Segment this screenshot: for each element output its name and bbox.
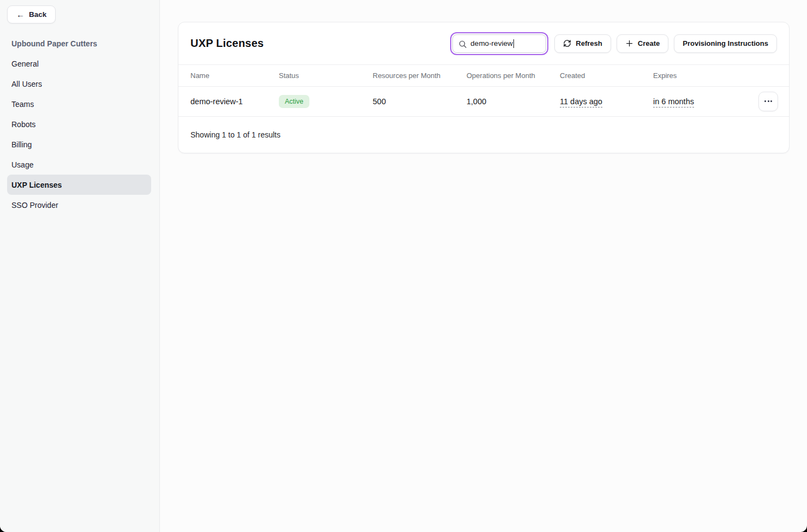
license-resources-cell: 500 (373, 86, 467, 116)
arrow-left-icon: ← (16, 10, 25, 19)
sidebar-item-usage[interactable]: Usage (7, 154, 151, 175)
create-button[interactable]: Create (617, 34, 668, 53)
sidebar-item-uxp-licenses[interactable]: UXP Licenses (7, 175, 151, 195)
search-input[interactable]: demo-review (452, 34, 546, 53)
sidebar-item-robots[interactable]: Robots (7, 114, 151, 134)
sidebar-org-heading: Upbound Paper Cutters (7, 33, 151, 53)
status-badge: Active (279, 95, 309, 108)
sidebar-item-label: Usage (11, 160, 33, 169)
sidebar-item-label: Robots (11, 120, 35, 129)
ellipsis-icon (764, 100, 766, 102)
sidebar-item-label: Billing (11, 140, 32, 149)
sidebar-item-label: SSO Provider (11, 201, 58, 210)
uxp-licenses-panel: UXP Licenses demo-review (178, 22, 790, 153)
column-header-resources: Resources per Month (373, 65, 467, 86)
license-operations-cell: 1,000 (467, 86, 560, 116)
main-content: UXP Licenses demo-review (160, 0, 807, 532)
provisioning-instructions-label: Provisioning Instructions (683, 39, 768, 47)
page-title: UXP Licenses (190, 37, 264, 50)
licenses-table: Name Status Resources per Month Operatio… (178, 65, 789, 117)
sidebar-item-billing[interactable]: Billing (7, 134, 151, 154)
refresh-icon (563, 39, 571, 47)
column-header-expires: Expires (653, 65, 746, 86)
settings-sidebar: ← Back Upbound Paper Cutters General All… (0, 0, 160, 532)
toolbar: demo-review Refresh (450, 34, 777, 53)
sidebar-item-label: Teams (11, 100, 34, 109)
column-header-name: Name (178, 65, 279, 86)
results-summary: Showing 1 to 1 of 1 results (190, 130, 280, 139)
refresh-button[interactable]: Refresh (554, 34, 611, 53)
sidebar-nav: Upbound Paper Cutters General All Users … (0, 33, 159, 215)
column-header-operations: Operations per Month (467, 65, 560, 86)
sidebar-item-teams[interactable]: Teams (7, 94, 151, 114)
column-header-status: Status (279, 65, 373, 86)
table-header-row: Name Status Resources per Month Operatio… (178, 65, 789, 86)
text-caret (513, 39, 515, 48)
back-button[interactable]: ← Back (7, 5, 56, 23)
panel-header: UXP Licenses demo-review (178, 22, 789, 65)
search-input-value: demo-review (470, 39, 512, 47)
back-button-label: Back (29, 10, 46, 19)
column-header-actions (746, 65, 789, 86)
expires-relative-date: in 6 months (653, 97, 694, 107)
provisioning-instructions-button[interactable]: Provisioning Instructions (674, 34, 777, 53)
license-name-cell: demo-review-1 (178, 86, 279, 116)
plus-icon (625, 39, 633, 47)
sidebar-item-general[interactable]: General (7, 53, 151, 74)
column-header-created: Created (560, 65, 653, 86)
table-row: demo-review-1 Active 500 1,000 11 days a… (178, 86, 789, 116)
sidebar-item-label: All Users (11, 80, 42, 88)
sidebar-item-label: UXP Licenses (11, 181, 62, 189)
license-actions-cell (746, 86, 789, 116)
row-actions-button[interactable] (758, 92, 778, 111)
created-relative-date: 11 days ago (560, 97, 602, 107)
sidebar-item-label: General (11, 59, 39, 68)
license-expires-cell: in 6 months (653, 86, 746, 116)
app-window: ← Back Upbound Paper Cutters General All… (0, 0, 807, 532)
license-created-cell: 11 days ago (560, 86, 653, 116)
sidebar-item-all-users[interactable]: All Users (7, 74, 151, 94)
sidebar-item-sso-provider[interactable]: SSO Provider (7, 195, 151, 215)
search-icon (458, 40, 467, 49)
license-status-cell: Active (279, 86, 373, 116)
panel-footer: Showing 1 to 1 of 1 results (178, 117, 789, 153)
refresh-button-label: Refresh (576, 39, 602, 47)
create-button-label: Create (638, 39, 660, 47)
